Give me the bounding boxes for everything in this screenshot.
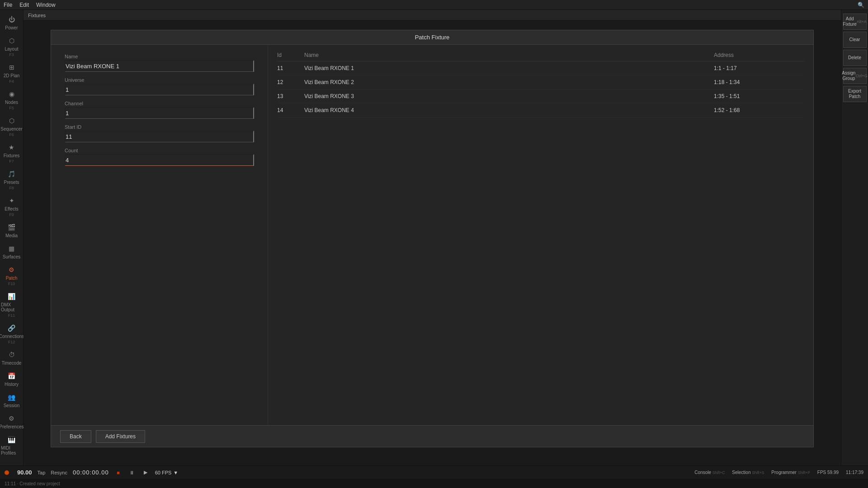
sidebar-label-sequencer: Sequencer bbox=[0, 127, 22, 131]
sidebar-item-fixtures[interactable]: ★ Fixtures F7 bbox=[0, 140, 23, 166]
export-patch-button[interactable]: Export Patch bbox=[843, 86, 867, 102]
clear-label: Clear bbox=[849, 37, 860, 42]
delete-label: Delete bbox=[848, 55, 861, 61]
menu-file[interactable]: File bbox=[4, 2, 12, 8]
programmer-label[interactable]: Programmer Shift+P bbox=[771, 470, 810, 475]
table-rows-container: 11 Vizi Beam RXONE 1 1:1 - 1:17 12 Vizi … bbox=[277, 61, 804, 117]
sidebar-item-sequencer[interactable]: ⬡ Sequencer F6 bbox=[0, 113, 23, 140]
play-button[interactable]: ▶ bbox=[142, 469, 150, 477]
menu-edit[interactable]: Edit bbox=[19, 2, 29, 8]
tempo-display: 90.00 bbox=[17, 469, 32, 476]
table-row[interactable]: 13 Vizi Beam RXONE 3 1:35 - 1:51 bbox=[277, 89, 804, 103]
sidebar-fkey-2dplan: F4 bbox=[9, 79, 14, 84]
nodes-icon: ◉ bbox=[7, 89, 17, 99]
power-icon: ⏻ bbox=[7, 14, 17, 24]
sidebar-item-presets[interactable]: 🎵 Presets F8 bbox=[0, 166, 23, 193]
cell-name: Vizi Beam RXONE 2 bbox=[304, 79, 714, 85]
table-row[interactable]: 12 Vizi Beam RXONE 2 1:18 - 1:34 bbox=[277, 75, 804, 89]
modal-footer: Back Add Fixtures bbox=[51, 425, 813, 447]
sidebar-item-preferences[interactable]: ⚙ Preferences bbox=[0, 411, 23, 432]
channel-input[interactable] bbox=[65, 107, 254, 119]
sidebar-item-patch[interactable]: ⚙ Patch F10 bbox=[0, 262, 23, 289]
cell-address: 1:52 - 1:68 bbox=[714, 107, 804, 113]
sidebar-label-effects: Effects bbox=[5, 206, 18, 211]
stop-button[interactable]: ■ bbox=[114, 469, 123, 477]
col-header-address: Address bbox=[714, 52, 804, 58]
time-info: 11:17:39 bbox=[846, 470, 863, 475]
cell-name: Vizi Beam RXONE 1 bbox=[304, 65, 714, 71]
field-group-channel: Channel bbox=[65, 101, 254, 119]
sidebar-item-history[interactable]: 📅 History bbox=[0, 368, 23, 389]
clear-button[interactable]: Clear bbox=[843, 32, 867, 48]
sidebar-item-timecode[interactable]: ⏱ Timecode bbox=[0, 347, 23, 368]
startid-input[interactable] bbox=[65, 131, 254, 142]
status-message: 11:11 · Created new project bbox=[5, 481, 60, 486]
sidebar-item-connections[interactable]: 🔗 Connections F12 bbox=[0, 320, 23, 347]
selection-label[interactable]: Selection Shift+S bbox=[732, 470, 764, 475]
search-icon[interactable]: 🔍 bbox=[858, 2, 864, 8]
sidebar-fkey-sequencer: F6 bbox=[9, 132, 14, 137]
layout-icon: ⬡ bbox=[7, 36, 17, 46]
startid-label: Start ID bbox=[65, 124, 254, 130]
pause-button[interactable]: ⏸ bbox=[128, 469, 136, 477]
fps-value: 60 FPS bbox=[155, 470, 172, 475]
field-group-universe: Universe bbox=[65, 77, 254, 95]
session-icon: 👥 bbox=[7, 392, 17, 402]
fps-selector[interactable]: 60 FPS ▼ bbox=[155, 470, 179, 475]
name-input[interactable] bbox=[65, 60, 254, 72]
sidebar-item-session[interactable]: 👥 Session bbox=[0, 389, 23, 411]
sidebar-label-preferences: Preferences bbox=[0, 424, 24, 429]
export-patch-label: Export Patch bbox=[844, 89, 865, 99]
cell-address: 1:35 - 1:51 bbox=[714, 93, 804, 99]
sidebar-fkey-patch: F10 bbox=[8, 282, 15, 286]
cell-id: 14 bbox=[277, 107, 304, 113]
assign-group-button[interactable]: Assign Group Ctrl+G bbox=[843, 68, 867, 84]
patch-icon: ⚙ bbox=[7, 265, 17, 275]
sidebar-label-media: Media bbox=[5, 233, 18, 238]
sidebar-item-surfaces[interactable]: ▦ Surfaces bbox=[0, 241, 23, 262]
sidebar-label-nodes: Nodes bbox=[5, 100, 18, 105]
sidebar-item-effects[interactable]: ✦ Effects F9 bbox=[0, 193, 23, 220]
menu-window[interactable]: Window bbox=[36, 2, 56, 8]
channel-label: Channel bbox=[65, 101, 254, 106]
cell-name: Vizi Beam RXONE 4 bbox=[304, 107, 714, 113]
table-row[interactable]: 14 Vizi Beam RXONE 4 1:52 - 1:68 bbox=[277, 103, 804, 117]
transport-bar: 90.00 Tap Resync 00:00:00.00 ■ ⏸ ▶ 60 FP… bbox=[0, 465, 868, 479]
sidebar-label-patch: Patch bbox=[6, 276, 18, 281]
sidebar-item-layout[interactable]: ⬡ Layout F3 bbox=[0, 33, 23, 60]
sidebar-fkey-nodes: F5 bbox=[9, 106, 14, 110]
delete-button[interactable]: Delete bbox=[843, 50, 867, 66]
universe-input[interactable] bbox=[65, 84, 254, 95]
cell-id: 11 bbox=[277, 65, 304, 71]
fixtures-icon: ★ bbox=[7, 142, 17, 152]
sidebar-item-power[interactable]: ⏻ Power bbox=[0, 12, 23, 33]
tap-button[interactable]: Tap bbox=[38, 470, 46, 475]
media-icon: 🎬 bbox=[7, 222, 17, 232]
sidebar-fkey-dmxoutput: F11 bbox=[8, 313, 15, 318]
sidebar-item-media[interactable]: 🎬 Media bbox=[0, 220, 23, 241]
add-fixture-button[interactable]: Add Fixture Alt+A bbox=[843, 14, 867, 30]
sidebar-label-2dplan: 2D Plan bbox=[4, 73, 20, 78]
right-panel: Add Fixture Alt+A Clear Delete Assign Gr… bbox=[841, 10, 868, 465]
sidebar-label-power: Power bbox=[5, 25, 18, 30]
add-fixtures-button[interactable]: Add Fixtures bbox=[96, 430, 145, 443]
sidebar-fkey-effects: F9 bbox=[9, 212, 14, 217]
timecode-display: 00:00:00.00 bbox=[73, 469, 109, 476]
sidebar-item-dmxoutput[interactable]: 📊 DMX Output F11 bbox=[0, 289, 23, 320]
table-row[interactable]: 11 Vizi Beam RXONE 1 1:1 - 1:17 bbox=[277, 61, 804, 75]
sidebar-item-midi[interactable]: 🎹 MIDI Profiles bbox=[0, 432, 23, 458]
sidebar-label-layout: Layout bbox=[5, 47, 18, 52]
sidebar-item-nodes[interactable]: ◉ Nodes F5 bbox=[0, 86, 23, 113]
sidebar: ⏻ Power ⬡ Layout F3 ⊞ 2D Plan F4 ◉ Nodes… bbox=[0, 10, 24, 465]
sidebar-fkey-presets: F8 bbox=[9, 186, 14, 190]
preferences-icon: ⚙ bbox=[7, 413, 17, 423]
sidebar-fkey-fixtures: F7 bbox=[9, 159, 14, 164]
resync-button[interactable]: Resync bbox=[51, 470, 67, 475]
midi-icon: 🎹 bbox=[7, 435, 17, 445]
cell-id: 12 bbox=[277, 79, 304, 85]
console-label[interactable]: Console Shift+C bbox=[694, 470, 725, 475]
count-input[interactable] bbox=[65, 154, 254, 166]
back-button[interactable]: Back bbox=[60, 430, 91, 443]
count-label: Count bbox=[65, 148, 254, 153]
sidebar-item-2dplan[interactable]: ⊞ 2D Plan F4 bbox=[0, 60, 23, 86]
